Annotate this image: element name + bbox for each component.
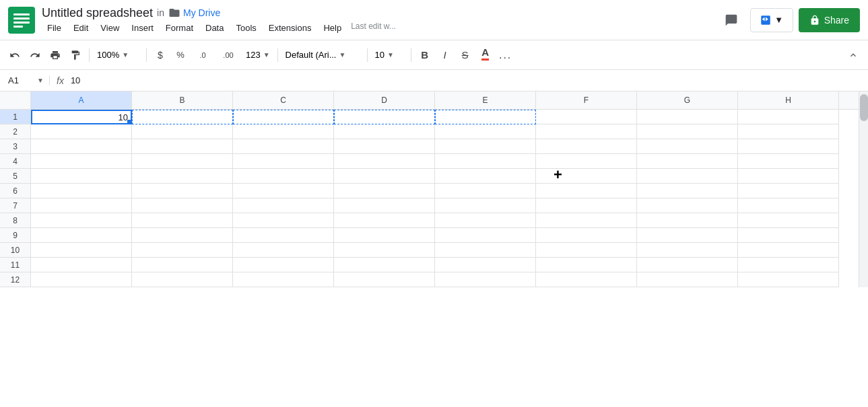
cell-e1[interactable] <box>435 110 536 124</box>
cell-d12[interactable] <box>334 272 435 287</box>
cell-g12[interactable] <box>637 272 738 287</box>
cell-f2[interactable] <box>536 124 637 139</box>
percent-button[interactable]: % <box>171 46 190 65</box>
col-header-f[interactable]: F <box>536 91 637 109</box>
cell-e5[interactable] <box>435 169 536 184</box>
cell-f10[interactable] <box>536 243 637 258</box>
row-header-11[interactable]: 11 <box>0 258 31 272</box>
cell-b2[interactable] <box>132 124 233 139</box>
cell-f8[interactable] <box>536 213 637 228</box>
cell-g11[interactable] <box>637 258 738 272</box>
share-button[interactable]: Share <box>799 8 860 32</box>
font-select[interactable]: Default (Ari... ▼ <box>282 46 363 65</box>
cell-c1[interactable] <box>233 110 334 124</box>
comment-button[interactable] <box>718 7 745 34</box>
cell-b4[interactable] <box>132 154 233 169</box>
cell-c10[interactable] <box>233 243 334 258</box>
cell-a8[interactable] <box>31 213 132 228</box>
more-options-button[interactable]: ... <box>496 46 515 65</box>
cell-g8[interactable] <box>637 213 738 228</box>
menu-edit[interactable]: Edit <box>68 22 94 34</box>
italic-button[interactable]: I <box>436 46 455 65</box>
font-size-select[interactable]: 10 ▼ <box>372 46 407 65</box>
cell-c12[interactable] <box>233 272 334 287</box>
number-format-select[interactable]: 123 ▼ <box>242 46 273 65</box>
collapse-toolbar-button[interactable] <box>844 46 863 65</box>
cell-h3[interactable] <box>738 139 839 154</box>
cell-h12[interactable] <box>738 272 839 287</box>
cell-g6[interactable] <box>637 184 738 198</box>
cell-h1[interactable] <box>738 110 839 124</box>
cell-g2[interactable] <box>637 124 738 139</box>
cell-a10[interactable] <box>31 243 132 258</box>
menu-view[interactable]: View <box>95 22 125 34</box>
cell-c11[interactable] <box>233 258 334 272</box>
cell-e11[interactable] <box>435 258 536 272</box>
row-header-10[interactable]: 10 <box>0 243 31 258</box>
cell-b1[interactable] <box>132 110 233 124</box>
cell-d6[interactable] <box>334 184 435 198</box>
cell-f1[interactable] <box>536 110 637 124</box>
cell-d3[interactable] <box>334 139 435 154</box>
row-header-3[interactable]: 3 <box>0 139 31 154</box>
col-header-c[interactable]: C <box>233 91 334 109</box>
col-header-a[interactable]: A <box>31 91 132 109</box>
cell-d2[interactable] <box>334 124 435 139</box>
cell-c4[interactable] <box>233 154 334 169</box>
bold-button[interactable]: B <box>415 46 434 65</box>
cell-c6[interactable] <box>233 184 334 198</box>
cell-f4[interactable] <box>536 154 637 169</box>
cell-a6[interactable] <box>31 184 132 198</box>
cell-g9[interactable] <box>637 228 738 243</box>
cell-f6[interactable] <box>536 184 637 198</box>
row-header-12[interactable]: 12 <box>0 272 31 287</box>
vertical-scrollbar[interactable] <box>859 91 868 287</box>
row-header-8[interactable]: 8 <box>0 213 31 228</box>
col-header-e[interactable]: E <box>435 91 536 109</box>
menu-data[interactable]: Data <box>200 22 229 34</box>
cell-g5[interactable] <box>637 169 738 184</box>
present-button[interactable]: ▼ <box>750 8 793 32</box>
cell-d10[interactable] <box>334 243 435 258</box>
cell-e8[interactable] <box>435 213 536 228</box>
cell-b3[interactable] <box>132 139 233 154</box>
cell-b7[interactable] <box>132 198 233 213</box>
my-drive-link[interactable]: My Drive <box>183 7 220 18</box>
col-header-b[interactable]: B <box>132 91 233 109</box>
cell-h11[interactable] <box>738 258 839 272</box>
paint-format-button[interactable] <box>66 46 85 65</box>
last-edit-text[interactable]: Last edit w... <box>351 22 396 34</box>
cell-a4[interactable] <box>31 154 132 169</box>
undo-button[interactable] <box>5 46 24 65</box>
scrollbar-thumb[interactable] <box>860 94 868 121</box>
row-header-5[interactable]: 5 <box>0 169 31 184</box>
cell-d8[interactable] <box>334 213 435 228</box>
row-header-1[interactable]: 1 <box>0 110 31 124</box>
row-header-6[interactable]: 6 <box>0 184 31 198</box>
document-title[interactable]: Untitled spreadsheet <box>42 6 153 20</box>
cell-a12[interactable] <box>31 272 132 287</box>
strikethrough-button[interactable]: S <box>456 46 475 65</box>
row-header-4[interactable]: 4 <box>0 154 31 169</box>
cell-d4[interactable] <box>334 154 435 169</box>
menu-insert[interactable]: Insert <box>126 22 159 34</box>
cell-a9[interactable] <box>31 228 132 243</box>
cell-reference-box[interactable]: A1 ▼ <box>3 75 50 85</box>
cell-d11[interactable] <box>334 258 435 272</box>
row-header-9[interactable]: 9 <box>0 228 31 243</box>
menu-help[interactable]: Help <box>318 22 347 34</box>
cell-a7[interactable] <box>31 198 132 213</box>
cell-e7[interactable] <box>435 198 536 213</box>
col-header-d[interactable]: D <box>334 91 435 109</box>
cell-f12[interactable] <box>536 272 637 287</box>
cell-g3[interactable] <box>637 139 738 154</box>
menu-file[interactable]: File <box>42 22 67 34</box>
menu-format[interactable]: Format <box>160 22 199 34</box>
cell-h6[interactable] <box>738 184 839 198</box>
cell-a5[interactable] <box>31 169 132 184</box>
cell-f3[interactable] <box>536 139 637 154</box>
cell-b5[interactable] <box>132 169 233 184</box>
text-color-button[interactable]: A <box>476 46 495 65</box>
cell-b8[interactable] <box>132 213 233 228</box>
cell-a1[interactable]: 10 <box>31 110 132 124</box>
